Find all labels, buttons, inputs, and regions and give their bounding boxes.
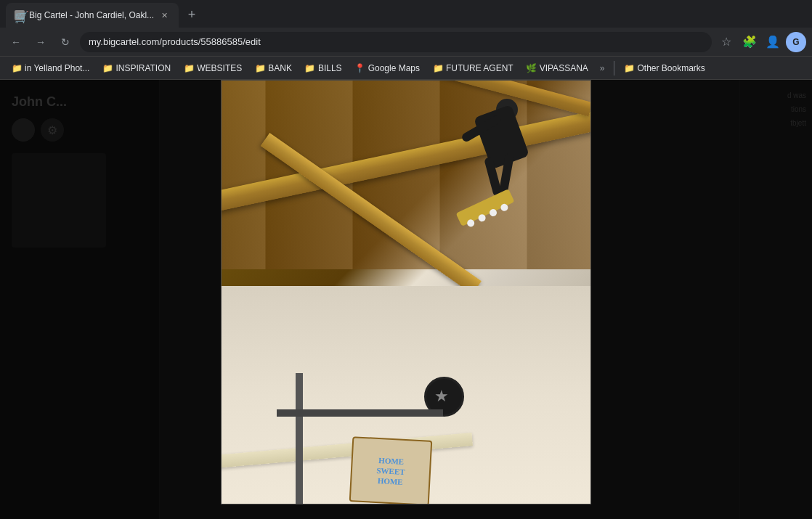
bookmark-vipassana-label: VIPASSANA [540,63,588,73]
wheel-4 [500,203,509,212]
bookmark-inspiration[interactable]: 📁 INSPIRATION [97,60,176,76]
forward-button[interactable]: → [31,32,51,52]
skate-photo: ★ HOME SWEET [222,81,590,504]
active-tab[interactable]: 🛒 Big Cartel - John Cardiel, Oakl... ✕ [6,3,179,28]
bookmark-bank[interactable]: 📁 BANK [249,60,298,76]
leaf-icon: 🌿 [527,63,537,73]
bookmark-other-label: Other Bookmarks [638,63,705,73]
folder-icon: 📁 [433,63,443,73]
address-bar: ← → ↻ ☆ 🧩 👤 G [0,28,812,57]
back-button[interactable]: ← [6,32,26,52]
folder-icon: 📁 [305,63,315,73]
bookmark-bank-label: BANK [268,63,292,73]
bookmark-bills[interactable]: 📁 BILLS [299,60,348,76]
folder-icon: 📁 [12,63,22,73]
reload-button[interactable]: ↻ [55,32,76,52]
bookmark-vipassana[interactable]: 🌿 VIPASSANA [521,60,594,76]
bookmark-googlemaps-label: Google Maps [368,63,420,73]
folder-icon: 📁 [255,63,265,73]
tab-favicon: 🛒 [15,10,25,20]
extension-person-icon[interactable]: 👤 [763,32,783,52]
home-sign-line3: HOME [377,476,402,486]
ramp-pole [296,373,303,504]
bookmark-inspiration-label: INSPIRATION [115,63,171,73]
bookmarks-overflow-button[interactable]: » [596,60,609,76]
address-input[interactable] [80,32,712,52]
wall-area: ★ HOME SWEET [222,286,590,504]
folder-icon: 📁 [184,63,194,73]
page-content: John C... ⚙ d was tions tbjett [0,80,812,519]
bookmark-yelland-label: in Yelland Phot... [25,63,89,73]
bookmark-googlemaps[interactable]: 📍 Google Maps [349,60,426,76]
bookmark-bills-label: BILLS [318,63,342,73]
folder-icon: 📁 [625,63,635,73]
home-sign-text: HOME SWEET HOME [375,455,405,488]
tab-bar: 🛒 Big Cartel - John Cardiel, Oakl... ✕ + [0,0,812,28]
extension-puzzle-icon[interactable]: 🧩 [739,32,760,52]
lightbox-image-container: ★ HOME SWEET [221,80,591,504]
bookmark-future-agent[interactable]: 📁 FUTURE AGENT [427,60,519,76]
ramp-horizontal [277,409,443,417]
home-sign-line1: HOME [378,456,404,466]
toolbar-icons: ☆ 🧩 👤 G [716,32,806,52]
lightbox-overlay[interactable]: ★ HOME SWEET [0,80,812,519]
bookmark-websites[interactable]: 📁 WEBSITES [178,60,248,76]
bookmark-yelland[interactable]: 📁 in Yelland Phot... [6,60,95,76]
tab-close-button[interactable]: ✕ [158,9,170,21]
new-tab-button[interactable]: + [182,4,202,25]
bookmark-divider [614,61,614,75]
home-sweet-home-sign: HOME SWEET HOME [349,436,433,504]
bookmark-websites-label: WEBSITES [197,63,242,73]
browser-frame: 🛒 Big Cartel - John Cardiel, Oakl... ✕ +… [0,0,812,519]
profile-avatar[interactable]: G [786,32,806,52]
folder-icon: 📁 [102,63,113,73]
ramp-surface [222,433,473,468]
skater-figure [452,95,554,211]
home-sign-line2: SWEET [376,466,405,476]
skater-body [474,105,529,169]
bookmark-other[interactable]: 📁 Other Bookmarks [619,60,711,76]
tab-title: Big Cartel - John Cardiel, Oakl... [29,10,154,20]
bookmark-future-agent-label: FUTURE AGENT [446,63,513,73]
bookmark-star-icon[interactable]: ☆ [716,32,736,52]
bookmarks-bar: 📁 in Yelland Phot... 📁 INSPIRATION 📁 WEB… [0,57,812,80]
maps-pin-icon: 📍 [355,63,365,73]
